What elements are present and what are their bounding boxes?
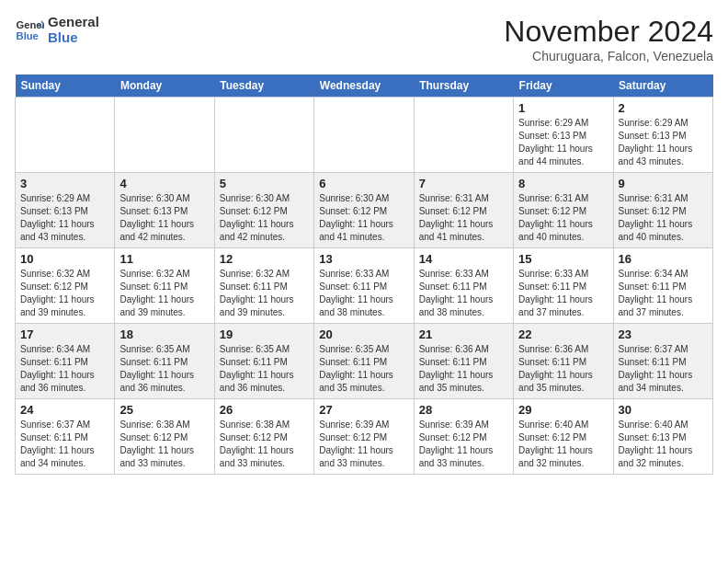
day-info: Sunrise: 6:30 AM Sunset: 6:12 PM Dayligh… — [220, 192, 309, 244]
day-number: 2 — [619, 101, 708, 115]
day-info: Sunrise: 6:32 AM Sunset: 6:12 PM Dayligh… — [20, 268, 109, 319]
day-info: Sunrise: 6:34 AM Sunset: 6:11 PM Dayligh… — [619, 268, 708, 319]
weekday-header-friday: Friday — [514, 75, 613, 98]
day-number: 9 — [619, 177, 708, 190]
day-info: Sunrise: 6:40 AM Sunset: 6:12 PM Dayligh… — [518, 419, 608, 470]
day-number: 22 — [518, 327, 608, 341]
day-info: Sunrise: 6:33 AM Sunset: 6:11 PM Dayligh… — [319, 268, 408, 319]
calendar-cell: 8Sunrise: 6:31 AM Sunset: 6:12 PM Daylig… — [514, 173, 613, 248]
calendar-cell: 9Sunrise: 6:31 AM Sunset: 6:12 PM Daylig… — [613, 173, 712, 248]
day-number: 15 — [518, 252, 608, 266]
logo-icon: General Blue — [15, 16, 44, 45]
day-number: 13 — [319, 252, 408, 266]
location: Churuguara, Falcon, Venezuela — [504, 49, 713, 63]
day-number: 7 — [419, 177, 508, 190]
day-number: 16 — [619, 252, 708, 266]
day-info: Sunrise: 6:38 AM Sunset: 6:12 PM Dayligh… — [119, 419, 209, 470]
week-row-1: 1Sunrise: 6:29 AM Sunset: 6:13 PM Daylig… — [16, 98, 713, 173]
weekday-header-tuesday: Tuesday — [214, 75, 313, 98]
weekday-header-monday: Monday — [115, 75, 214, 98]
day-number: 8 — [518, 177, 608, 190]
weekday-header-row: SundayMondayTuesdayWednesdayThursdayFrid… — [16, 75, 713, 98]
week-row-3: 10Sunrise: 6:32 AM Sunset: 6:12 PM Dayli… — [16, 248, 713, 324]
day-number: 11 — [119, 252, 209, 266]
calendar-cell: 23Sunrise: 6:37 AM Sunset: 6:11 PM Dayli… — [613, 324, 712, 399]
day-number: 29 — [518, 403, 608, 417]
day-number: 28 — [419, 403, 508, 417]
day-info: Sunrise: 6:35 AM Sunset: 6:11 PM Dayligh… — [319, 343, 408, 395]
calendar-cell: 10Sunrise: 6:32 AM Sunset: 6:12 PM Dayli… — [16, 248, 115, 324]
day-info: Sunrise: 6:39 AM Sunset: 6:12 PM Dayligh… — [419, 419, 508, 470]
logo: General Blue General Blue — [15, 15, 99, 45]
calendar-cell: 17Sunrise: 6:34 AM Sunset: 6:11 PM Dayli… — [16, 324, 115, 399]
calendar-cell — [314, 98, 414, 173]
day-number: 30 — [619, 403, 708, 417]
calendar-cell: 21Sunrise: 6:36 AM Sunset: 6:11 PM Dayli… — [414, 324, 513, 399]
day-info: Sunrise: 6:31 AM Sunset: 6:12 PM Dayligh… — [419, 192, 508, 244]
calendar-table: SundayMondayTuesdayWednesdayThursdayFrid… — [15, 75, 713, 475]
logo-blue: Blue — [48, 30, 99, 46]
day-info: Sunrise: 6:31 AM Sunset: 6:12 PM Dayligh… — [518, 192, 608, 244]
calendar-cell: 15Sunrise: 6:33 AM Sunset: 6:11 PM Dayli… — [514, 248, 613, 324]
day-info: Sunrise: 6:33 AM Sunset: 6:11 PM Dayligh… — [419, 268, 508, 319]
calendar-cell: 13Sunrise: 6:33 AM Sunset: 6:11 PM Dayli… — [314, 248, 414, 324]
day-number: 19 — [220, 327, 309, 341]
day-info: Sunrise: 6:34 AM Sunset: 6:11 PM Dayligh… — [20, 343, 109, 395]
calendar-cell: 25Sunrise: 6:38 AM Sunset: 6:12 PM Dayli… — [115, 399, 214, 475]
day-info: Sunrise: 6:38 AM Sunset: 6:12 PM Dayligh… — [220, 419, 309, 470]
calendar-cell: 18Sunrise: 6:35 AM Sunset: 6:11 PM Dayli… — [115, 324, 214, 399]
day-number: 25 — [119, 403, 209, 417]
day-info: Sunrise: 6:39 AM Sunset: 6:12 PM Dayligh… — [319, 419, 408, 470]
week-row-5: 24Sunrise: 6:37 AM Sunset: 6:11 PM Dayli… — [16, 399, 713, 475]
day-number: 5 — [220, 177, 309, 190]
weekday-header-wednesday: Wednesday — [314, 75, 414, 98]
day-info: Sunrise: 6:30 AM Sunset: 6:12 PM Dayligh… — [319, 192, 408, 244]
weekday-header-saturday: Saturday — [613, 75, 712, 98]
day-info: Sunrise: 6:40 AM Sunset: 6:13 PM Dayligh… — [619, 419, 708, 470]
calendar-cell — [414, 98, 513, 173]
day-info: Sunrise: 6:37 AM Sunset: 6:11 PM Dayligh… — [619, 343, 708, 395]
calendar-cell: 16Sunrise: 6:34 AM Sunset: 6:11 PM Dayli… — [613, 248, 712, 324]
calendar-cell: 24Sunrise: 6:37 AM Sunset: 6:11 PM Dayli… — [16, 399, 115, 475]
weekday-header-sunday: Sunday — [16, 75, 115, 98]
day-number: 24 — [20, 403, 109, 417]
calendar-cell: 2Sunrise: 6:29 AM Sunset: 6:13 PM Daylig… — [613, 98, 712, 173]
day-info: Sunrise: 6:36 AM Sunset: 6:11 PM Dayligh… — [419, 343, 508, 395]
calendar-cell — [115, 98, 214, 173]
day-info: Sunrise: 6:32 AM Sunset: 6:11 PM Dayligh… — [220, 268, 309, 319]
logo-general: General — [48, 15, 99, 30]
calendar-cell: 6Sunrise: 6:30 AM Sunset: 6:12 PM Daylig… — [314, 173, 414, 248]
day-number: 26 — [220, 403, 309, 417]
calendar-cell: 19Sunrise: 6:35 AM Sunset: 6:11 PM Dayli… — [214, 324, 313, 399]
calendar-cell: 22Sunrise: 6:36 AM Sunset: 6:11 PM Dayli… — [514, 324, 613, 399]
calendar-cell: 28Sunrise: 6:39 AM Sunset: 6:12 PM Dayli… — [414, 399, 513, 475]
day-number: 14 — [419, 252, 508, 266]
title-block: November 2024 Churuguara, Falcon, Venezu… — [504, 15, 713, 63]
calendar-cell — [16, 98, 115, 173]
day-number: 6 — [319, 177, 408, 190]
week-row-4: 17Sunrise: 6:34 AM Sunset: 6:11 PM Dayli… — [16, 324, 713, 399]
calendar-cell: 14Sunrise: 6:33 AM Sunset: 6:11 PM Dayli… — [414, 248, 513, 324]
calendar-cell: 4Sunrise: 6:30 AM Sunset: 6:13 PM Daylig… — [115, 173, 214, 248]
calendar-cell — [214, 98, 313, 173]
svg-text:Blue: Blue — [17, 29, 39, 40]
calendar-cell: 7Sunrise: 6:31 AM Sunset: 6:12 PM Daylig… — [414, 173, 513, 248]
day-info: Sunrise: 6:36 AM Sunset: 6:11 PM Dayligh… — [518, 343, 608, 395]
day-number: 4 — [119, 177, 209, 190]
day-number: 12 — [220, 252, 309, 266]
day-number: 20 — [319, 327, 408, 341]
day-info: Sunrise: 6:35 AM Sunset: 6:11 PM Dayligh… — [119, 343, 209, 395]
calendar-cell: 11Sunrise: 6:32 AM Sunset: 6:11 PM Dayli… — [115, 248, 214, 324]
calendar-cell: 20Sunrise: 6:35 AM Sunset: 6:11 PM Dayli… — [314, 324, 414, 399]
day-info: Sunrise: 6:31 AM Sunset: 6:12 PM Dayligh… — [619, 192, 708, 244]
calendar-cell: 1Sunrise: 6:29 AM Sunset: 6:13 PM Daylig… — [514, 98, 613, 173]
page-header: General Blue General Blue November 2024 … — [15, 15, 713, 63]
day-number: 18 — [119, 327, 209, 341]
day-number: 17 — [20, 327, 109, 341]
day-number: 1 — [518, 101, 608, 115]
calendar-cell: 29Sunrise: 6:40 AM Sunset: 6:12 PM Dayli… — [514, 399, 613, 475]
day-number: 21 — [419, 327, 508, 341]
calendar-cell: 3Sunrise: 6:29 AM Sunset: 6:13 PM Daylig… — [16, 173, 115, 248]
day-number: 10 — [20, 252, 109, 266]
calendar-cell: 27Sunrise: 6:39 AM Sunset: 6:12 PM Dayli… — [314, 399, 414, 475]
